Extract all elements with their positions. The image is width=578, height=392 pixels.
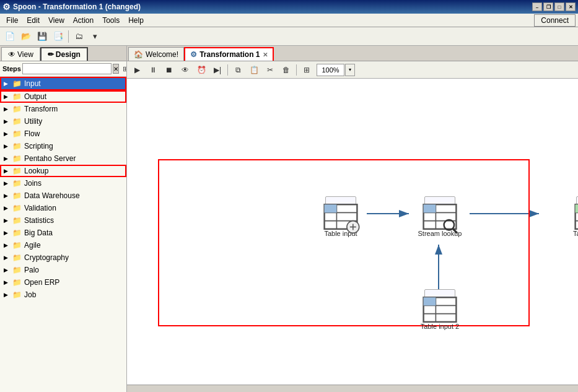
tb-dropdown[interactable]: ▾ — [87, 29, 102, 44]
category-scripting[interactable]: ▶ 📁 Scripting — [0, 140, 126, 152]
svg-point-17 — [444, 220, 455, 230]
tab-close-button[interactable]: ✕ — [263, 51, 268, 58]
node-table-input-2[interactable]: Table input 2 — [415, 289, 465, 330]
category-cryptography[interactable]: ▶ 📁 Cryptography — [0, 251, 126, 264]
category-palo-label: Palo — [24, 266, 39, 274]
table-output-label: Table output — [573, 230, 578, 237]
folder-icon-pentaho-server: 📁 — [12, 154, 22, 163]
menu-tools[interactable]: Tools — [99, 15, 123, 26]
menu-help[interactable]: Help — [125, 15, 147, 26]
category-utility[interactable]: ▶ 📁 Utility — [0, 115, 126, 128]
expand-all-icon[interactable]: ⊞ — [120, 63, 127, 74]
search-input[interactable] — [22, 63, 112, 74]
category-joins[interactable]: ▶ 📁 Joins — [0, 177, 126, 189]
category-input[interactable]: ▶ 📁 Input — [0, 77, 126, 90]
close-button[interactable]: ✕ — [566, 2, 576, 11]
zoom-control: ▾ — [317, 64, 355, 76]
main-container: 👁 View ✏ Design Steps ✕ ⊞ ⊟ ▶ 📁 In — [0, 46, 578, 392]
category-big-data-label: Big Data — [24, 229, 53, 237]
stream-lookup-label: Stream lookup — [418, 230, 462, 237]
menu-edit[interactable]: Edit — [23, 15, 43, 26]
panel-tabs: 👁 View ✏ Design — [0, 46, 126, 61]
category-big-data[interactable]: ▶ 📁 Big Data — [0, 227, 126, 239]
folder-icon-lookup: 📁 — [12, 167, 22, 175]
category-data-warehouse[interactable]: ▶ 📁 Data Warehouse — [0, 189, 126, 202]
zoom-input[interactable] — [317, 64, 344, 76]
horizontal-scrollbar[interactable] — [127, 385, 578, 392]
category-job[interactable]: ▶ 📁 Job — [0, 289, 126, 301]
category-utility-label: Utility — [24, 117, 42, 126]
minimize-button[interactable]: – — [532, 2, 542, 11]
folder-icon-palo: 📁 — [12, 266, 22, 274]
left-panel: 👁 View ✏ Design Steps ✕ ⊞ ⊟ ▶ 📁 In — [0, 46, 127, 392]
expand-icon-scripting: ▶ — [4, 143, 10, 149]
category-output[interactable]: ▶ 📁 Output — [0, 90, 126, 103]
et-pause[interactable]: ⏸ — [146, 63, 160, 77]
node-table-output[interactable]: Table output — [567, 196, 578, 237]
search-bar: Steps ✕ ⊞ ⊟ — [0, 61, 126, 77]
app-icon: ⚙ — [2, 2, 11, 12]
et-sep1 — [227, 64, 228, 76]
menu-action[interactable]: Action — [69, 15, 97, 26]
category-scripting-label: Scripting — [24, 142, 53, 150]
title-bar: ⚙ Spoon - Transformation 1 (changed) – ❐… — [0, 0, 578, 14]
et-run-options[interactable]: ▶| — [210, 63, 225, 77]
folder-icon-output: 📁 — [12, 92, 22, 101]
category-output-label: Output — [24, 92, 46, 101]
et-copy[interactable]: ⧉ — [230, 63, 245, 77]
et-stop[interactable]: ⏹ — [162, 63, 177, 77]
restore-button[interactable]: ❐ — [543, 2, 553, 11]
svg-rect-19 — [576, 204, 578, 229]
folder-icon-open-erp: 📁 — [12, 278, 22, 287]
welcome-icon: 🏠 — [134, 50, 143, 59]
et-grid[interactable]: ⊞ — [299, 63, 314, 77]
folder-icon-utility: 📁 — [12, 117, 22, 126]
editor-toolbar: ▶ ⏸ ⏹ 👁 ⏰ ▶| ⧉ 📋 ✂ 🗑 ⊞ ▾ — [127, 61, 578, 79]
category-cryptography-label: Cryptography — [24, 253, 69, 262]
canvas[interactable]: Table input Stream lookup — [127, 79, 578, 385]
node-stream-lookup[interactable]: Stream lookup — [415, 196, 465, 237]
connect-button[interactable]: Connect — [534, 14, 576, 27]
folder-icon-statistics: 📁 — [12, 216, 22, 225]
tab-welcome-label: Welcome! — [146, 50, 178, 59]
menu-view[interactable]: View — [45, 15, 68, 26]
zoom-dropdown[interactable]: ▾ — [345, 64, 355, 76]
tb-save[interactable]: 💾 — [35, 29, 50, 44]
et-paste[interactable]: 📋 — [247, 63, 261, 77]
category-job-label: Job — [24, 290, 36, 299]
right-panel: 🏠 Welcome! ⚙ Transformation 1 ✕ ▶ ⏸ ⏹ 👁 … — [127, 46, 578, 392]
tab-welcome[interactable]: 🏠 Welcome! — [128, 47, 184, 61]
folder-icon-big-data: 📁 — [12, 229, 22, 237]
category-lookup[interactable]: ▶ 📁 Lookup — [0, 165, 126, 177]
tb-open[interactable]: 📂 — [19, 29, 33, 44]
category-input-label: Input — [24, 79, 41, 88]
tb-layers[interactable]: 🗂 — [71, 29, 86, 44]
expand-icon-input: ▶ — [4, 81, 10, 87]
et-delete[interactable]: 🗑 — [279, 63, 294, 77]
svg-rect-8 — [325, 204, 337, 212]
tb-new[interactable]: 📄 — [2, 29, 17, 44]
search-clear-button[interactable]: ✕ — [113, 64, 119, 74]
tab-design[interactable]: ✏ Design — [40, 47, 88, 61]
node-table-input[interactable]: Table input — [316, 196, 366, 237]
category-statistics[interactable]: ▶ 📁 Statistics — [0, 214, 126, 227]
category-validation[interactable]: ▶ 📁 Validation — [0, 202, 126, 214]
category-transform[interactable]: ▶ 📁 Transform — [0, 103, 126, 115]
category-open-erp[interactable]: ▶ 📁 Open ERP — [0, 276, 126, 289]
category-flow[interactable]: ▶ 📁 Flow — [0, 128, 126, 140]
eye-icon: 👁 — [8, 50, 15, 59]
tab-transformation1[interactable]: ⚙ Transformation 1 ✕ — [184, 47, 273, 61]
tab-view[interactable]: 👁 View — [1, 47, 40, 61]
tb-saveas[interactable]: 📑 — [51, 29, 66, 44]
folder-icon-cryptography: 📁 — [12, 253, 22, 262]
transformation-icon: ⚙ — [190, 50, 197, 59]
category-pentaho-server[interactable]: ▶ 📁 Pentaho Server — [0, 152, 126, 165]
et-schedule[interactable]: ⏰ — [194, 63, 209, 77]
menu-file[interactable]: File — [2, 15, 22, 26]
et-run[interactable]: ▶ — [129, 63, 144, 77]
et-preview[interactable]: 👁 — [178, 63, 193, 77]
maximize-button[interactable]: □ — [554, 2, 564, 11]
et-cut[interactable]: ✂ — [263, 63, 278, 77]
category-palo[interactable]: ▶ 📁 Palo — [0, 264, 126, 276]
category-agile[interactable]: ▶ 📁 Agile — [0, 239, 126, 251]
